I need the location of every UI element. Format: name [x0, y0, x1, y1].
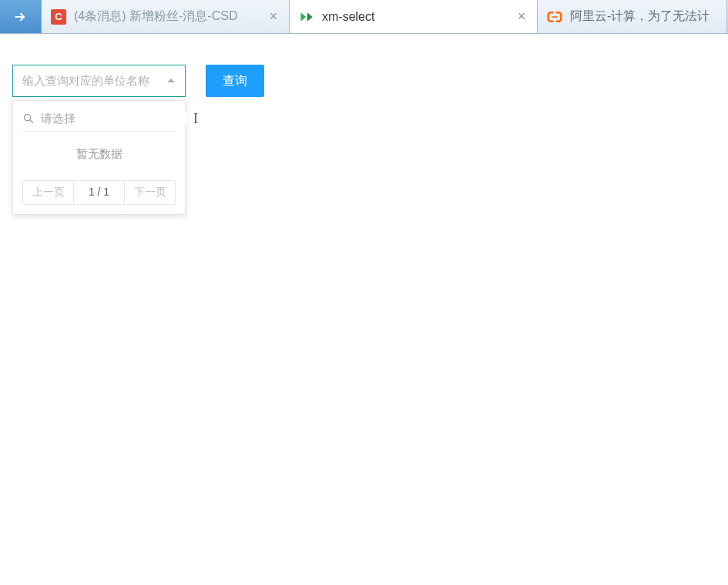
browser-tab-bar: C (4条消息) 新增粉丝-消息-CSD × xm-select × 阿里云-计… — [0, 0, 728, 34]
close-tab-icon[interactable]: × — [515, 11, 528, 23]
query-button[interactable]: 查询 — [206, 65, 264, 97]
text-cursor-icon: I — [193, 112, 198, 125]
close-tab-icon[interactable]: × — [267, 11, 280, 23]
unit-select-wrap: 输入查询对应的单位名称 I 暂无数据 上一页 1 — [12, 65, 186, 97]
search-icon — [22, 112, 35, 125]
browser-forward-button[interactable] — [0, 0, 42, 33]
dropdown-search-row: I — [22, 109, 176, 132]
pager-next-button[interactable]: 下一页 — [124, 181, 175, 204]
unit-select-dropdown: I 暂无数据 上一页 1 / 1 下一页 — [12, 100, 186, 215]
dropdown-pagination: 上一页 1 / 1 下一页 — [22, 180, 176, 205]
tab-title: xm-select — [322, 10, 508, 24]
page-content: 输入查询对应的单位名称 I 暂无数据 上一页 1 — [0, 34, 728, 97]
tab-title: 阿里云-计算，为了无法计 — [570, 8, 717, 25]
svg-line-2 — [30, 120, 32, 122]
browser-tab-aliyun[interactable]: 阿里云-计算，为了无法计 — [538, 0, 727, 33]
pager-page-indicator: 1 / 1 — [73, 181, 124, 204]
tab-title: (4条消息) 新增粉丝-消息-CSD — [74, 8, 260, 25]
svg-point-1 — [25, 114, 31, 120]
pager-prev-button[interactable]: 上一页 — [23, 181, 73, 204]
unit-select-placeholder: 输入查询对应的单位名称 — [22, 74, 166, 89]
browser-tab-xm-select[interactable]: xm-select × — [290, 0, 538, 33]
dropdown-empty-text: 暂无数据 — [22, 132, 176, 180]
xm-favicon — [299, 9, 314, 25]
caret-up-icon — [166, 76, 176, 85]
csdn-favicon: C — [51, 9, 66, 25]
aliyun-favicon — [547, 9, 562, 25]
svg-rect-0 — [552, 16, 558, 18]
arrow-right-icon — [12, 8, 29, 25]
query-row: 输入查询对应的单位名称 I 暂无数据 上一页 1 — [12, 65, 728, 97]
unit-select[interactable]: 输入查询对应的单位名称 — [12, 65, 186, 97]
browser-tab-csdn[interactable]: C (4条消息) 新增粉丝-消息-CSD × — [42, 0, 290, 33]
dropdown-search-input[interactable] — [41, 112, 187, 125]
